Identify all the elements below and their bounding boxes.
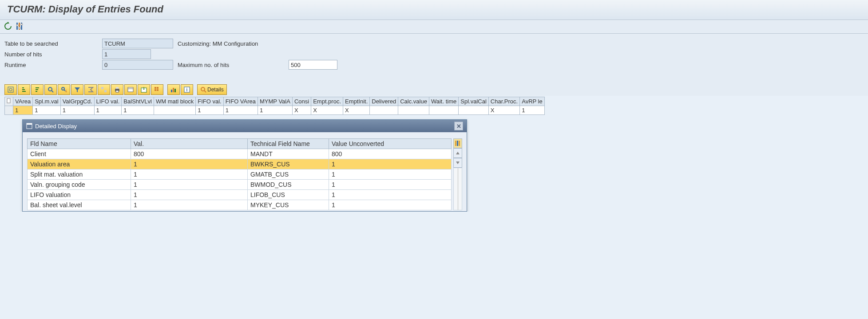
- alv-cell[interactable]: X: [343, 106, 370, 115]
- hits-field: 1: [102, 49, 151, 59]
- alv-column-header[interactable]: Char.Proc.: [488, 97, 519, 106]
- alv-cell[interactable]: 1: [94, 106, 122, 115]
- alv-column-header[interactable]: WM matl block: [154, 97, 195, 106]
- runtime-field: 0: [102, 60, 173, 70]
- view-icon[interactable]: [124, 84, 137, 95]
- alv-cell[interactable]: 1: [33, 106, 60, 115]
- svg-rect-31: [7, 98, 10, 103]
- page-title: TCURM: Display of Entries Found: [7, 4, 861, 15]
- export-icon[interactable]: [138, 84, 150, 95]
- alv-cell[interactable]: X: [311, 106, 343, 115]
- subtotal-icon[interactable]: [98, 84, 110, 95]
- svg-rect-23: [157, 89, 159, 91]
- maxhits-field[interactable]: 500: [289, 60, 337, 70]
- configure-icon[interactable]: [15, 22, 24, 31]
- svg-rect-12: [101, 87, 103, 89]
- find-next-icon[interactable]: [58, 84, 70, 95]
- alv-cell[interactable]: 1: [196, 106, 223, 115]
- column-config-icon[interactable]: [453, 138, 462, 148]
- layout-icon[interactable]: [151, 84, 163, 95]
- alv-column-header[interactable]: MYMP ValA: [258, 97, 293, 106]
- detail-cell: Valuation area: [28, 159, 131, 169]
- alv-cell[interactable]: 1: [258, 106, 293, 115]
- detail-row[interactable]: Split mat. valuation1GMATB_CUS1: [28, 169, 452, 180]
- alv-cell[interactable]: 1: [13, 106, 33, 115]
- alv-cell[interactable]: [429, 106, 458, 115]
- alv-column-header[interactable]: Spl.valCal: [459, 97, 489, 106]
- info-icon[interactable]: i: [181, 84, 193, 95]
- alv-table[interactable]: VAreaSpl.m.valValGrpgCd.LIFO val.BalShtV…: [4, 97, 545, 115]
- detail-col-fldname[interactable]: Fld Name: [28, 139, 131, 149]
- chart-icon[interactable]: [167, 84, 180, 95]
- detail-row[interactable]: LIFO valuation1LIFOB_CUS1: [28, 190, 452, 200]
- alv-column-header[interactable]: VArea: [13, 97, 33, 106]
- print-icon[interactable]: [111, 84, 123, 95]
- detail-cell: 1: [131, 180, 248, 190]
- alv-column-header[interactable]: EmptInit.: [343, 97, 370, 106]
- dialog-titlebar[interactable]: Detailed Display ✕: [23, 120, 467, 132]
- detail-row[interactable]: Valuation area1BWKRS_CUS1: [28, 159, 452, 169]
- close-icon[interactable]: ✕: [454, 122, 463, 130]
- alv-cell[interactable]: [370, 106, 398, 115]
- detail-row[interactable]: Valn. grouping code1BWMOD_CUS1: [28, 180, 452, 190]
- svg-line-11: [64, 90, 65, 91]
- scroll-down-icon[interactable]: [453, 158, 462, 168]
- alv-column-header[interactable]: Wait. time: [429, 97, 458, 106]
- sort-asc-icon[interactable]: [18, 84, 30, 95]
- alv-column-header[interactable]: Spl.m.val: [33, 97, 60, 106]
- alv-cell[interactable]: 1: [223, 106, 258, 115]
- detail-cell: 1: [329, 159, 452, 169]
- svg-point-5: [21, 24, 23, 25]
- detail-dialog: Detailed Display ✕ Fld Name Val. Technic…: [22, 119, 467, 212]
- alv-details-icon[interactable]: [4, 84, 17, 95]
- alv-row-selector[interactable]: [5, 106, 13, 115]
- alv-cell[interactable]: X: [488, 106, 519, 115]
- alv-column-header[interactable]: BalShtVLvl: [122, 97, 154, 106]
- find-icon[interactable]: [44, 84, 57, 95]
- detail-cell: Valn. grouping code: [28, 180, 131, 190]
- alv-column-header[interactable]: AvRP le: [520, 97, 545, 106]
- detail-cell: BWKRS_CUS: [248, 159, 329, 169]
- scroll-up-icon[interactable]: [453, 148, 462, 158]
- alv-column-header[interactable]: Empt.proc.: [311, 97, 343, 106]
- alv-column-header[interactable]: LIFO val.: [94, 97, 122, 106]
- detail-row[interactable]: Bal. sheet val.level1MYKEY_CUS1: [28, 200, 452, 210]
- svg-point-3: [16, 24, 18, 26]
- filter-icon[interactable]: [71, 84, 83, 95]
- alv-column-header[interactable]: Delivered: [370, 97, 398, 106]
- detail-cell: LIFO valuation: [28, 190, 131, 200]
- details-button[interactable]: Details: [197, 84, 227, 95]
- sum-icon[interactable]: [84, 84, 97, 95]
- alv-cell[interactable]: [154, 106, 195, 115]
- svg-rect-15: [116, 87, 119, 89]
- alv-column-header[interactable]: FIFO VArea: [223, 97, 258, 106]
- detail-cell: 1: [329, 200, 452, 210]
- alv-cell[interactable]: 1: [60, 106, 94, 115]
- alv-column-header[interactable]: Consi: [292, 97, 311, 106]
- alv-cell[interactable]: [398, 106, 429, 115]
- alv-column-header[interactable]: Calc.value: [398, 97, 429, 106]
- detail-col-tech[interactable]: Technical Field Name: [248, 139, 329, 149]
- alv-cell[interactable]: X: [292, 106, 311, 115]
- svg-rect-17: [128, 87, 133, 92]
- alv-cell[interactable]: 1: [122, 106, 154, 115]
- detail-row[interactable]: Client800MANDT800: [28, 149, 452, 159]
- detail-table[interactable]: Fld Name Val. Technical Field Name Value…: [27, 138, 452, 210]
- detail-cell: BWMOD_CUS: [248, 180, 329, 190]
- detail-col-val[interactable]: Val.: [131, 139, 248, 149]
- alv-column-header[interactable]: ValGrpgCd.: [60, 97, 94, 106]
- svg-rect-35: [457, 141, 458, 146]
- detail-cell: Bal. sheet val.level: [28, 200, 131, 210]
- detail-cell: 1: [131, 169, 248, 180]
- alv-cell[interactable]: 1: [520, 106, 545, 115]
- scroll-track[interactable]: [453, 168, 462, 210]
- alv-row-select-header[interactable]: [5, 97, 13, 106]
- svg-rect-25: [173, 88, 174, 92]
- refresh-icon[interactable]: [4, 22, 12, 31]
- alv-column-header[interactable]: FIFO val.: [196, 97, 223, 106]
- detail-col-unconv[interactable]: Value Unconverted: [329, 139, 452, 149]
- dialog-icon: [26, 123, 32, 129]
- sort-desc-icon[interactable]: [31, 84, 44, 95]
- alv-cell[interactable]: [459, 106, 489, 115]
- dialog-title: Detailed Display: [35, 123, 77, 130]
